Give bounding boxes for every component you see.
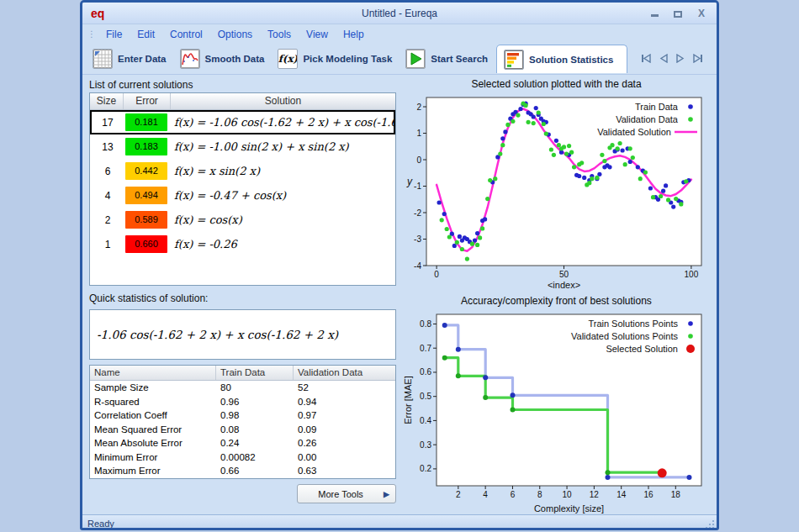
- svg-text:0: 0: [416, 155, 421, 165]
- solution-row[interactable]: 40.494f(x) = -0.47 + cos(x): [90, 183, 395, 208]
- solution-size: 6: [92, 166, 124, 177]
- minimize-icon: [651, 14, 659, 17]
- more-tools-arrow-icon: ▶: [384, 490, 395, 498]
- solution-row[interactable]: 130.183f(x) = -1.00 sin(2 x) + x sin(2 x…: [90, 134, 395, 159]
- toolbar-button-start-search[interactable]: Start Search: [400, 46, 496, 71]
- fx-icon: f(x): [278, 49, 298, 69]
- svg-text:0.8: 0.8: [420, 319, 431, 329]
- menu-item-control[interactable]: Control: [162, 27, 210, 42]
- prev-icon: [659, 54, 668, 63]
- stats-column-name[interactable]: Name: [90, 366, 216, 380]
- stat-name: Correlation Coeff: [90, 410, 216, 420]
- menu-item-view[interactable]: View: [299, 27, 336, 42]
- menu-item-tools[interactable]: Tools: [260, 27, 299, 42]
- stat-train-value: 0.24: [216, 438, 294, 448]
- menu-item-help[interactable]: Help: [336, 27, 372, 42]
- solutions-table[interactable]: Size Error Solution 170.181f(x) = -1.06 …: [89, 92, 396, 286]
- solution-size: 17: [92, 117, 124, 129]
- nav-last-button[interactable]: [693, 54, 703, 63]
- stats-row: Correlation Coeff0.980.97: [90, 408, 395, 423]
- solution-row[interactable]: 10.660f(x) = -0.26: [90, 232, 395, 256]
- svg-text:Train Solutions Points: Train Solutions Points: [588, 319, 678, 329]
- stat-name: Maximum Error: [90, 466, 216, 476]
- stats-column-train[interactable]: Train Data: [216, 366, 294, 380]
- svg-text:6: 6: [511, 490, 516, 499]
- solution-row[interactable]: 170.181f(x) = -1.06 cos(-1.62 + 2 x) + x…: [90, 110, 395, 134]
- stats-row: Sample Size8052: [90, 381, 395, 395]
- eureqa-window: Untitled - Eureqa eq X ⋮ FileEditControl…: [80, 0, 719, 530]
- stat-validation-value: 0.09: [294, 424, 395, 435]
- right-panel: Selected solution plotted with the data …: [403, 79, 710, 514]
- close-button[interactable]: X: [696, 8, 706, 18]
- toolbar-button-pick-modeling-task[interactable]: f(x)Pick Modeling Task: [273, 46, 400, 71]
- svg-text:4: 4: [483, 490, 488, 499]
- solution-row[interactable]: 60.442f(x) = x sin(2 x): [90, 159, 395, 183]
- toolbar-button-smooth-data[interactable]: Smooth Data: [175, 46, 273, 71]
- pareto-front-svg: 246810121416180.20.30.40.50.60.70.8Train…: [403, 308, 710, 514]
- stat-train-value: 0.08: [216, 424, 294, 435]
- stat-validation-value: 0.00: [294, 452, 395, 462]
- resize-grip-icon[interactable]: [706, 520, 715, 529]
- stats-row: Mean Absolute Error0.240.26: [90, 436, 395, 450]
- maximize-button[interactable]: [673, 8, 683, 18]
- svg-text:Train Data: Train Data: [635, 102, 679, 112]
- last-icon: [693, 54, 703, 63]
- stat-train-value: 0.00082: [216, 452, 294, 462]
- solution-formula: f(x) = -1.00 sin(2 x) + x sin(2 x): [169, 140, 394, 153]
- toolbar-button-solution-statistics[interactable]: Solution Statistics: [496, 45, 627, 73]
- column-header-size[interactable]: Size: [90, 93, 124, 109]
- svg-text:Validated Solution: Validated Solution: [597, 127, 671, 137]
- svg-text:0.7: 0.7: [420, 344, 431, 353]
- toolbar-button-enter-data[interactable]: Enter Data: [87, 46, 175, 71]
- stats-column-validation[interactable]: Validation Data: [294, 366, 395, 380]
- stat-name: Minimum Error: [90, 452, 216, 462]
- quick-stats-heading: Quick statistics of solution:: [89, 292, 396, 306]
- svg-text:Complexity [size]: Complexity [size]: [534, 503, 604, 514]
- stats-table: Name Train Data Validation Data Sample S…: [89, 365, 396, 479]
- solution-size: 2: [92, 214, 124, 226]
- window-title: Untitled - Eureqa: [82, 8, 717, 19]
- column-header-solution[interactable]: Solution: [171, 93, 395, 109]
- title-bar[interactable]: Untitled - Eureqa eq X: [82, 3, 717, 24]
- solution-formula: f(x) = -0.47 + cos(x): [169, 189, 394, 202]
- solution-error-badge: 0.442: [124, 162, 169, 180]
- nav-prev-button[interactable]: [659, 54, 668, 63]
- svg-text:1: 1: [416, 129, 421, 138]
- menu-item-options[interactable]: Options: [210, 27, 260, 42]
- solution-error-badge: 0.181: [124, 113, 169, 131]
- more-tools-button[interactable]: More Tools ▶: [297, 484, 396, 503]
- stat-validation-value: 52: [294, 382, 395, 392]
- svg-text:18: 18: [671, 490, 681, 499]
- svg-text:14: 14: [616, 490, 627, 499]
- solution-formula: f(x) = x sin(2 x): [169, 165, 394, 177]
- toolbar-label: Pick Modeling Task: [303, 54, 392, 64]
- status-bar: Ready: [82, 514, 717, 530]
- solution-error-badge: 0.589: [124, 211, 169, 229]
- stat-name: Mean Squared Error: [90, 424, 216, 435]
- play-icon: [405, 49, 426, 69]
- solution-row[interactable]: 20.589f(x) = cos(x): [90, 208, 395, 232]
- menu-item-edit[interactable]: Edit: [130, 27, 162, 42]
- selected-formula-box: -1.06 cos(-1.62 + 2 x) + x cos(-1.62 + 2…: [89, 309, 396, 360]
- menu-item-file[interactable]: File: [98, 27, 130, 42]
- svg-text:-3: -3: [414, 234, 421, 244]
- column-header-error[interactable]: Error: [124, 93, 171, 109]
- svg-text:0.4: 0.4: [420, 416, 431, 425]
- svg-text:12: 12: [590, 490, 600, 499]
- stat-train-value: 0.96: [216, 397, 294, 407]
- nav-first-button[interactable]: [641, 54, 651, 63]
- wave-icon: [180, 49, 200, 69]
- stat-name: Mean Absolute Error: [90, 438, 216, 448]
- nav-next-button[interactable]: [676, 54, 685, 63]
- svg-text:50: 50: [559, 270, 569, 279]
- stat-train-value: 0.98: [216, 410, 294, 420]
- stat-validation-value: 0.26: [294, 438, 395, 448]
- main-content: List of current solutions Size Error Sol…: [82, 75, 717, 514]
- pareto-front-title: Accuracy/complexity front of best soluti…: [403, 296, 710, 308]
- svg-text:2: 2: [416, 103, 421, 112]
- minimize-button[interactable]: [649, 8, 659, 18]
- toolbar-grip-icon: ⋮: [86, 29, 98, 39]
- pareto-front-chart: 246810121416180.20.30.40.50.60.70.8Train…: [403, 308, 710, 514]
- stat-validation-value: 0.63: [294, 466, 395, 476]
- stat-train-value: 0.66: [216, 466, 294, 476]
